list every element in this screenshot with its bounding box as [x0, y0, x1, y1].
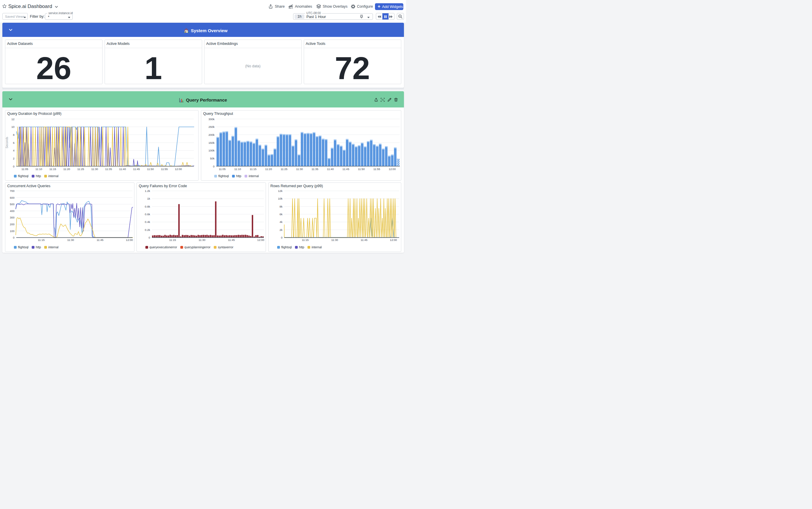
svg-text:8: 8	[13, 133, 14, 136]
svg-text:400: 400	[10, 209, 14, 212]
svg-text:queryplanningerror: queryplanningerror	[184, 245, 211, 249]
svg-text:internal: internal	[48, 174, 58, 178]
svg-text:100k: 100k	[208, 149, 215, 152]
svg-text:11:35: 11:35	[311, 167, 318, 171]
svg-text:300k: 300k	[208, 117, 215, 121]
svg-text:0: 0	[149, 236, 150, 239]
svg-text:50k: 50k	[210, 157, 215, 160]
svg-text:300: 300	[10, 216, 14, 219]
svg-text:11:20: 11:20	[63, 167, 70, 171]
svg-text:11:40: 11:40	[327, 167, 334, 171]
svg-text:11:10: 11:10	[234, 167, 241, 171]
svg-text:flightsql: flightsql	[281, 245, 292, 249]
svg-text:http: http	[236, 174, 242, 178]
svg-text:0.2k: 0.2k	[145, 228, 150, 231]
svg-text:0: 0	[213, 165, 215, 168]
svg-text:0: 0	[13, 236, 14, 239]
svg-text:0.8k: 0.8k	[145, 205, 150, 208]
svg-text:11:55: 11:55	[373, 167, 380, 171]
svg-text:syntaxerror: syntaxerror	[218, 245, 233, 249]
svg-text:11:15: 11:15	[302, 238, 309, 241]
svg-text:internal: internal	[311, 245, 321, 249]
svg-text:11:45: 11:45	[361, 238, 367, 241]
svg-text:12: 12	[11, 117, 14, 121]
svg-text:4: 4	[13, 149, 14, 152]
svg-text:11:45: 11:45	[97, 238, 103, 241]
svg-text:flightsql: flightsql	[18, 245, 29, 249]
svg-text:200k: 200k	[208, 133, 215, 136]
svg-text:flightsql: flightsql	[18, 174, 29, 178]
svg-text:11:20: 11:20	[265, 167, 272, 171]
svg-text:11:15: 11:15	[38, 238, 44, 241]
svg-text:11:25: 11:25	[281, 167, 287, 171]
svg-text:11:30: 11:30	[67, 238, 74, 241]
svg-text:11:40: 11:40	[119, 167, 126, 171]
svg-text:11:35: 11:35	[105, 167, 112, 171]
svg-text:0: 0	[13, 165, 14, 168]
svg-text:12k: 12k	[278, 189, 282, 193]
svg-text:0.6k: 0.6k	[145, 212, 150, 216]
svg-text:500: 500	[10, 203, 14, 206]
svg-text:2k: 2k	[279, 228, 282, 231]
svg-text:flightsql: flightsql	[218, 174, 229, 178]
svg-text:Seconds: Seconds	[5, 137, 8, 148]
svg-text:11:30: 11:30	[296, 167, 303, 171]
svg-text:11:15: 11:15	[250, 167, 256, 171]
svg-text:queryexecutionerror: queryexecutionerror	[150, 245, 177, 249]
svg-text:internal: internal	[249, 174, 258, 178]
svg-text:http: http	[36, 174, 41, 178]
svg-text:http: http	[36, 245, 41, 249]
svg-text:12:00: 12:00	[126, 238, 133, 241]
svg-text:11:25: 11:25	[77, 167, 84, 171]
svg-text:200: 200	[10, 222, 14, 226]
svg-text:0.4k: 0.4k	[145, 220, 150, 224]
svg-text:600: 600	[10, 196, 14, 199]
svg-text:100: 100	[10, 229, 14, 232]
svg-text:11:30: 11:30	[331, 238, 338, 241]
svg-text:8k: 8k	[279, 205, 282, 208]
svg-text:150k: 150k	[208, 141, 215, 144]
svg-text:10k: 10k	[278, 197, 282, 200]
svg-text:11:45: 11:45	[228, 238, 235, 241]
svg-text:11:45: 11:45	[133, 167, 140, 171]
svg-text:1.2k: 1.2k	[145, 189, 150, 193]
svg-text:700: 700	[10, 189, 14, 193]
svg-text:250k: 250k	[208, 125, 215, 129]
svg-text:0: 0	[281, 236, 282, 239]
svg-text:11:50: 11:50	[358, 167, 365, 171]
svg-text:11:05: 11:05	[219, 167, 225, 171]
svg-text:2: 2	[13, 157, 14, 160]
svg-text:11:30: 11:30	[91, 167, 98, 171]
svg-text:12:00: 12:00	[388, 167, 396, 171]
svg-text:11:55: 11:55	[161, 167, 168, 171]
svg-text:12:00: 12:00	[390, 238, 397, 241]
svg-text:6k: 6k	[279, 212, 282, 216]
svg-text:11:15: 11:15	[49, 167, 56, 171]
svg-text:11:45: 11:45	[342, 167, 349, 171]
svg-text:6: 6	[13, 141, 14, 144]
svg-text:internal: internal	[48, 245, 58, 249]
svg-text:11:05: 11:05	[21, 167, 28, 171]
svg-text:http: http	[299, 245, 304, 249]
svg-text:11:30: 11:30	[198, 238, 206, 241]
svg-text:10: 10	[11, 125, 14, 129]
svg-text:11:10: 11:10	[35, 167, 42, 171]
svg-text:12:00: 12:00	[175, 167, 182, 171]
svg-text:11:15: 11:15	[169, 238, 176, 241]
svg-text:12:00: 12:00	[257, 238, 264, 241]
svg-text:1k: 1k	[147, 197, 150, 200]
svg-text:4k: 4k	[279, 220, 282, 224]
svg-text:11:50: 11:50	[147, 167, 154, 171]
